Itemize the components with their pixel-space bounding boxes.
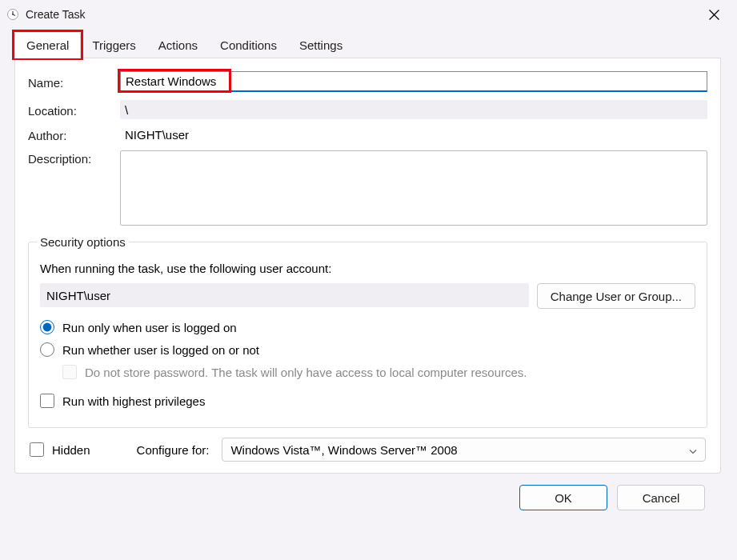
checkbox-hidden[interactable]: Hidden: [30, 442, 90, 457]
name-input[interactable]: [120, 71, 707, 92]
security-prompt: When running the task, use the following…: [40, 262, 695, 275]
chevron-down-icon: [689, 443, 697, 457]
description-input[interactable]: [120, 150, 707, 226]
checkbox-hidden-label: Hidden: [52, 443, 90, 457]
author-label: Author:: [28, 127, 120, 142]
close-button[interactable]: [695, 2, 732, 27]
radio-run-logged-on-input[interactable]: [40, 320, 54, 334]
configure-for-dropdown[interactable]: Windows Vista™, Windows Server™ 2008: [222, 438, 706, 462]
tab-panel-general: Name: Location: \ Author: NIGHT\user Des…: [14, 58, 721, 474]
tab-triggers[interactable]: Triggers: [81, 32, 146, 58]
change-user-button[interactable]: Change User or Group...: [537, 283, 695, 309]
cancel-button[interactable]: Cancel: [617, 485, 705, 510]
checkbox-highest-privileges-input[interactable]: [40, 394, 54, 408]
configure-for-value: Windows Vista™, Windows Server™ 2008: [230, 443, 457, 457]
titlebar: Create Task: [0, 0, 737, 29]
svg-point-3: [12, 14, 14, 15]
checkbox-highest-privileges[interactable]: Run with highest privileges: [40, 394, 695, 408]
tab-conditions[interactable]: Conditions: [209, 32, 288, 58]
security-options-group: Security options When running the task, …: [28, 235, 707, 428]
task-scheduler-icon: [6, 8, 19, 21]
location-value: \: [120, 100, 707, 119]
configure-for-label: Configure for:: [137, 443, 210, 457]
highlight-general-tab: General: [12, 30, 83, 60]
window-title: Create Task: [26, 8, 695, 21]
description-label: Description:: [28, 150, 120, 166]
user-account-display: NIGHT\user: [40, 283, 529, 307]
tab-bar: General Triggers Actions Conditions Sett…: [14, 32, 721, 58]
location-label: Location:: [28, 102, 120, 118]
checkbox-no-store-password: Do not store password. The task will onl…: [62, 365, 695, 379]
checkbox-no-store-password-label: Do not store password. The task will onl…: [85, 366, 527, 379]
name-label: Name:: [28, 74, 120, 90]
radio-run-logged-off[interactable]: Run whether user is logged on or not: [40, 342, 695, 357]
radio-run-logged-off-label: Run whether user is logged on or not: [62, 343, 259, 357]
radio-run-logged-on-label: Run only when user is logged on: [62, 321, 237, 334]
checkbox-no-store-password-input: [62, 365, 77, 379]
ok-button[interactable]: OK: [519, 485, 607, 510]
checkbox-highest-privileges-label: Run with highest privileges: [62, 394, 205, 408]
tab-settings[interactable]: Settings: [288, 32, 354, 58]
author-value: NIGHT\user: [120, 128, 707, 142]
close-icon: [709, 10, 719, 20]
checkbox-hidden-input[interactable]: [30, 442, 44, 457]
security-options-legend: Security options: [37, 235, 129, 249]
tab-general[interactable]: General: [14, 32, 81, 58]
radio-run-logged-on[interactable]: Run only when user is logged on: [40, 320, 695, 334]
radio-run-logged-off-input[interactable]: [40, 342, 54, 357]
tab-actions[interactable]: Actions: [147, 32, 209, 58]
